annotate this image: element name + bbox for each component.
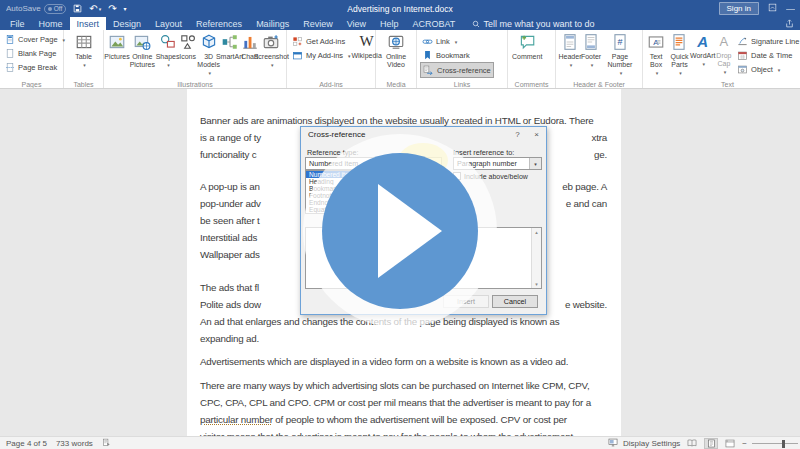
object-button[interactable]: Object <box>735 62 800 76</box>
dropdown-caret <box>165 61 170 69</box>
redo-icon: ↷ <box>108 4 116 14</box>
tell-me-box[interactable]: Tell me what you want to do <box>462 17 594 30</box>
ribbon-tab[interactable]: References <box>189 17 249 30</box>
date-time-button[interactable]: Date & Time <box>735 48 800 62</box>
autosave-toggle[interactable]: AutoSave Off <box>6 4 66 14</box>
scroll-up-icon[interactable]: ▴ <box>532 228 541 236</box>
button-label: Quick Parts <box>667 53 692 69</box>
print-layout-button[interactable] <box>704 438 718 449</box>
group-label: Links <box>417 81 507 88</box>
cancel-button[interactable]: Cancel <box>492 295 538 308</box>
get-add-ins-icon <box>292 36 303 47</box>
video-play-button[interactable] <box>303 134 497 328</box>
group-label: Text <box>643 81 800 88</box>
button-label: Pictures <box>104 53 129 61</box>
dialog-close-button[interactable]: × <box>527 127 546 142</box>
dropdown-caret <box>776 65 781 74</box>
table-button[interactable]: Table <box>74 32 94 70</box>
page-number-icon: # <box>611 33 629 51</box>
button-label: Date & Time <box>751 51 792 60</box>
cross-reference-icon <box>423 65 434 76</box>
page-break-icon <box>5 62 15 73</box>
cover-page-button[interactable]: Cover Page <box>3 32 67 46</box>
smartart-icon <box>221 33 239 51</box>
cross-reference-button[interactable]: Cross-reference <box>420 62 494 78</box>
smartart-button[interactable]: SmartArt <box>220 32 240 62</box>
wordart-button[interactable]: A WordArt <box>693 32 713 69</box>
get-add-ins-button[interactable]: Get Add-ins <box>290 34 353 48</box>
date-time-icon <box>737 50 748 61</box>
screenshot-button[interactable]: Screenshot <box>260 32 283 70</box>
share-button[interactable] <box>785 17 794 30</box>
zoom-thumb[interactable] <box>782 440 785 448</box>
button-label: Cross-reference <box>437 66 491 75</box>
link-button[interactable]: Link <box>420 34 494 48</box>
ribbon-display-options-button[interactable] <box>768 3 777 14</box>
ribbon-group-pages: Cover Page Blank Page Page Break Pages <box>0 30 64 88</box>
chevron-down-icon[interactable] <box>529 158 541 169</box>
search-icon <box>472 20 480 28</box>
zoom-slider[interactable] <box>752 438 798 449</box>
button-label: Link <box>436 37 450 46</box>
ribbon-tab[interactable]: Design <box>106 17 148 30</box>
proofing-status-icon[interactable] <box>102 438 111 449</box>
ribbon-tab[interactable]: Review <box>296 17 340 30</box>
ribbon-tab[interactable]: Mailings <box>249 17 296 30</box>
button-label: Drop Cap <box>714 52 734 68</box>
link-icon <box>422 36 433 47</box>
display-settings-button[interactable]: Display Settings <box>623 439 680 448</box>
online-pictures-button[interactable]: Online Pictures <box>127 32 158 70</box>
blank-page-button[interactable]: Blank Page <box>3 46 67 60</box>
sign-in-button[interactable]: Sign in <box>719 2 759 15</box>
ribbon-tab[interactable]: View <box>340 17 373 30</box>
save-button[interactable] <box>73 4 82 13</box>
word-count[interactable]: 733 words <box>56 439 93 448</box>
ribbon-tab[interactable]: Layout <box>148 17 189 30</box>
pictures-button[interactable]: Pictures <box>107 32 127 62</box>
header-button[interactable]: Header <box>559 32 581 70</box>
button-label: Online Pictures <box>128 53 157 69</box>
zoom-out-button[interactable]: − <box>742 439 747 448</box>
page-number-button[interactable]: # Page Number <box>601 32 639 78</box>
screenshot-icon <box>262 33 280 51</box>
listbox-scrollbar[interactable]: ▴ ▾ <box>531 228 541 288</box>
page-break-button[interactable]: Page Break <box>3 60 67 74</box>
drop-cap-icon: A <box>720 33 729 50</box>
button-label: Shapes <box>156 53 180 61</box>
dialog-help-button[interactable]: ? <box>508 127 527 142</box>
ribbon-tab[interactable]: File <box>3 17 32 30</box>
ribbon-tab[interactable]: Home <box>32 17 70 30</box>
wikipedia-button[interactable]: W Wikipedia <box>357 32 377 61</box>
scroll-down-icon[interactable]: ▾ <box>532 280 541 288</box>
button-label: Header <box>559 53 582 61</box>
ribbon-tab[interactable]: Help <box>373 17 406 30</box>
shapes-button[interactable]: Shapes <box>158 32 178 70</box>
play-circle <box>322 153 478 309</box>
ribbon-group-tables: Table Tables <box>64 30 104 88</box>
page-indicator[interactable]: Page 4 of 5 <box>6 439 47 448</box>
icons-button[interactable]: Icons <box>178 32 198 62</box>
my-add-ins-button[interactable]: My Add-ins <box>290 48 353 62</box>
quick-parts-button[interactable]: Quick Parts <box>666 32 693 78</box>
cover-page-icon <box>5 34 15 45</box>
customize-qat-button[interactable]: ▾ <box>124 4 127 14</box>
footer-button[interactable]: Footer <box>581 32 601 70</box>
signature-line-button[interactable]: Signature Line <box>735 34 800 48</box>
online-video-button[interactable]: Online Video <box>379 32 413 70</box>
read-mode-button[interactable] <box>685 438 699 449</box>
web-layout-button[interactable] <box>723 438 737 449</box>
redo-button[interactable]: ↷ <box>108 4 116 14</box>
chart-icon <box>241 33 259 51</box>
comment-button[interactable]: Comment <box>511 32 543 62</box>
minimize-button[interactable]: — <box>786 4 795 14</box>
ribbon-tab[interactable]: ACROBAT <box>406 17 463 30</box>
tell-me-label: Tell me what you want to do <box>483 19 594 29</box>
undo-button[interactable]: ↶▾ <box>89 4 101 14</box>
ribbon-tab[interactable]: Insert <box>70 17 107 30</box>
dropdown-caret <box>722 68 727 76</box>
text-box-button[interactable]: A Text Box <box>646 32 666 78</box>
bookmark-button[interactable]: Bookmark <box>420 48 494 62</box>
button-label: Screenshot <box>254 53 289 61</box>
button-label: Blank Page <box>18 49 56 58</box>
button-label: Table <box>75 53 92 61</box>
